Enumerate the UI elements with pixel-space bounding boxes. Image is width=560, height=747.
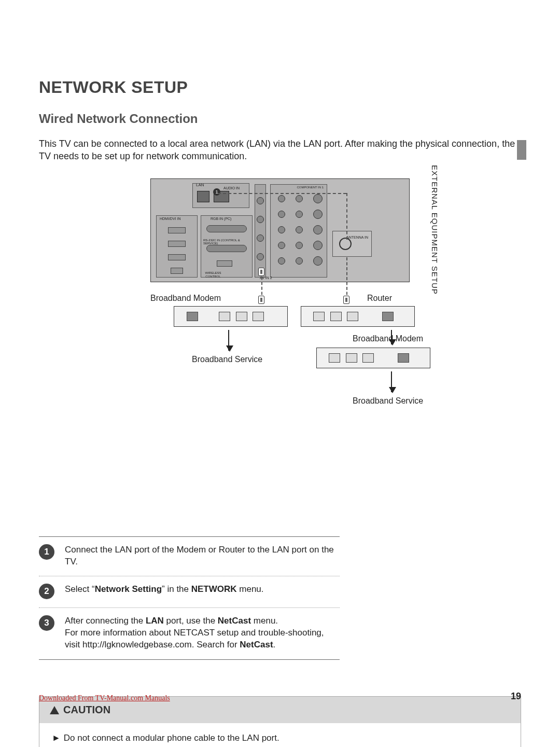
- cable-line: [346, 193, 347, 240]
- tv-back-panel: LAN 1 AUDIO IN HDMI/DVI IN RGB IN (PC) R…: [150, 178, 410, 282]
- rj45-plug-icon: [343, 296, 349, 304]
- step-number-badge: 3: [39, 615, 54, 631]
- rca-port-icon: [257, 197, 264, 204]
- coax-port-icon: [339, 238, 352, 250]
- device-port-icon: [329, 353, 340, 363]
- modem-box-2: [316, 348, 430, 368]
- component-port-group: COMPONENT IN 1: [270, 184, 327, 278]
- side-tab: EXTERNAL EQUIPMENT SETUP: [511, 140, 526, 301]
- steps-list: 1 Connect the LAN port of the Modem or R…: [39, 536, 340, 660]
- hdmi-slot-icon: [168, 241, 186, 247]
- modem-box: [174, 306, 288, 327]
- step-number-badge: 1: [39, 544, 54, 560]
- callout-badge-1: 1: [213, 188, 220, 196]
- antenna-label: ANTENNA IN: [346, 236, 368, 239]
- lan-label: LAN: [196, 183, 204, 187]
- device-port-icon: [313, 312, 325, 321]
- step-item: 1 Connect the LAN port of the Modem or R…: [39, 537, 340, 576]
- caution-item-text: Do not connect a modular phone cable to …: [64, 731, 279, 745]
- broadband-modem-label: Broadband Modem: [150, 294, 221, 303]
- hdmi-port-group: HDMI/DVI IN: [156, 215, 198, 278]
- hdmi-slot-icon: [171, 268, 183, 274]
- page-title: NETWORK SETUP: [39, 78, 521, 97]
- step-number-badge: 2: [39, 584, 54, 599]
- router-label: Router: [367, 294, 392, 303]
- cable-line: [218, 193, 346, 194]
- section-subtitle: Wired Network Connection: [39, 112, 521, 126]
- rs232-port-icon: [206, 245, 247, 252]
- audio-in-label: AUDIO IN: [223, 186, 240, 190]
- component-label: COMPONENT IN 1: [297, 186, 324, 189]
- broadband-service-label-2: Broadband Service: [353, 396, 423, 406]
- page-number: 19: [511, 691, 521, 702]
- intro-paragraph: This TV can be connected to a local area…: [39, 137, 521, 163]
- side-tab-label: EXTERNAL EQUIPMENT SETUP: [430, 165, 439, 321]
- footer-source-link[interactable]: Downloaded From TV-Manual.com Manuals: [39, 694, 170, 702]
- rs232-label: RS-232C IN (CONTROL & SERVICE): [203, 239, 252, 245]
- device-port-icon: [219, 312, 230, 321]
- broadband-service-label: Broadband Service: [192, 355, 262, 364]
- lan-port-icon: [197, 191, 209, 202]
- step-text: Select “Network Setting” in the NETWORK …: [65, 584, 264, 596]
- device-port-icon: [187, 312, 198, 321]
- warning-icon: [50, 706, 59, 714]
- wireless-port-icon: [217, 260, 232, 267]
- device-port-icon: [382, 312, 394, 321]
- rca-port-icon: [257, 234, 264, 242]
- connection-diagram: LAN 1 AUDIO IN HDMI/DVI IN RGB IN (PC) R…: [135, 178, 425, 516]
- lan-port-group: LAN: [192, 183, 249, 208]
- hdmi-slot-icon: [168, 254, 186, 260]
- step-item: 3 After connecting the LAN port, use the…: [39, 608, 340, 659]
- caution-heading-text: CAUTION: [63, 704, 110, 716]
- rgb-port-group: RGB IN (PC) RS-232C IN (CONTROL & SERVIC…: [201, 215, 253, 278]
- step-text: After connecting the LAN port, use the N…: [65, 615, 340, 651]
- rgb-label: RGB IN (PC): [211, 217, 231, 220]
- rj45-plug-icon: [258, 296, 264, 304]
- antenna-port-group: ANTENNA IN: [332, 231, 372, 257]
- cable-line: [346, 257, 347, 300]
- rca-port-icon: [257, 253, 264, 260]
- hdmi-label: HDMI/DVI IN: [160, 217, 180, 220]
- side-tab-marker: [517, 140, 526, 160]
- caution-item: ► Do not connect a modular phone cable t…: [52, 731, 508, 745]
- wireless-control-label: WIRELESS CONTROL: [203, 271, 223, 279]
- caution-box: CAUTION ► Do not connect a modular phone…: [39, 696, 521, 747]
- hdmi-slot-icon: [168, 227, 186, 233]
- device-port-icon: [346, 353, 357, 363]
- down-arrow-icon: [228, 330, 229, 351]
- caution-body: ► Do not connect a modular phone cable t…: [39, 723, 521, 747]
- rca-port-icon: [257, 216, 264, 223]
- bullet-arrow-icon: ►: [52, 731, 61, 745]
- rj45-plug-icon: [258, 268, 264, 276]
- router-box: [301, 306, 415, 327]
- step-item: 2 Select “Network Setting” in the NETWOR…: [39, 576, 340, 607]
- device-port-icon: [347, 312, 358, 321]
- vga-port-icon: [206, 225, 247, 232]
- audio-strip: [255, 184, 266, 278]
- device-port-icon: [236, 312, 247, 321]
- device-port-icon: [362, 353, 374, 363]
- device-port-icon: [398, 353, 409, 363]
- step-text: Connect the LAN port of the Modem or Rou…: [65, 544, 340, 568]
- device-port-icon: [330, 312, 342, 321]
- down-arrow-icon: [391, 371, 392, 392]
- broadband-modem-label-2: Broadband Modem: [353, 334, 423, 343]
- device-port-icon: [253, 312, 264, 321]
